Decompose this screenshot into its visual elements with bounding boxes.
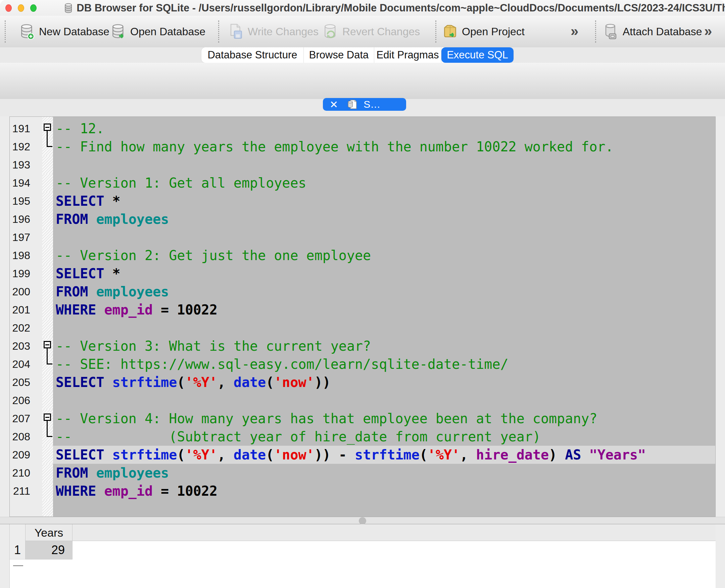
results-corner-cell[interactable]: [10, 524, 25, 541]
open-project-button[interactable]: Open Project: [442, 16, 525, 47]
code-text[interactable]: -- Version 1: Get all employees: [53, 174, 715, 192]
code-text[interactable]: SELECT *: [53, 192, 715, 210]
splitter-handle[interactable]: [359, 517, 366, 525]
code-text[interactable]: WHERE emp_id = 10022: [53, 482, 715, 500]
code-text[interactable]: FROM employees: [53, 464, 715, 482]
code-text[interactable]: -- Find how many years the employee with…: [53, 138, 715, 156]
fold-marker-icon[interactable]: [42, 337, 53, 355]
zoom-window-button[interactable]: [30, 4, 37, 12]
code-text[interactable]: FROM employees: [53, 210, 715, 228]
code-line[interactable]: 203-- Version 3: What is the current yea…: [10, 337, 715, 355]
attach-database-label: Attach Database: [623, 25, 702, 38]
minimize-window-button[interactable]: [18, 4, 24, 12]
attach-database-button[interactable]: Attach Database: [603, 16, 702, 47]
line-number: 206: [10, 391, 42, 410]
code-text[interactable]: -- 12.: [53, 120, 715, 138]
tab-browse-data[interactable]: Browse Data: [304, 47, 374, 63]
main-toolbar: New Database Open Database Write Changes: [0, 16, 725, 48]
code-line[interactable]: 197: [10, 228, 715, 246]
toolbar-overflow-chevron[interactable]: »: [704, 23, 712, 39]
code-text[interactable]: FROM employees: [53, 282, 715, 301]
code-text[interactable]: SELECT *: [53, 265, 715, 282]
editor-results-splitter[interactable]: [0, 517, 725, 524]
toolbar-separator: [595, 20, 596, 43]
code-line[interactable]: 200FROM employees: [10, 282, 715, 301]
sql-editor[interactable]: 191-- 12.192-- Find how many years the e…: [9, 117, 716, 517]
code-text[interactable]: -- Version 4: How many years has that em…: [53, 410, 715, 427]
toolbar-overflow-chevron[interactable]: »: [571, 23, 578, 39]
title-bar: DB Browser for SQLite - /Users/russellgo…: [0, 0, 725, 16]
fold-marker-icon[interactable]: [42, 410, 53, 427]
code-line[interactable]: 207-- Version 4: How many years has that…: [10, 410, 715, 427]
new-database-label: New Database: [39, 25, 109, 38]
revert-changes-button: Revert Changes: [323, 16, 420, 47]
fold-gutter: [42, 464, 53, 482]
row-number-cell[interactable]: 1: [10, 541, 25, 560]
new-database-button[interactable]: New Database: [19, 16, 109, 47]
fold-gutter: [42, 446, 53, 464]
code-text[interactable]: SELECT strftime('%Y', date('now')) - str…: [53, 446, 715, 464]
fold-gutter: [42, 192, 53, 210]
revert-changes-label: Revert Changes: [343, 25, 420, 38]
code-line[interactable]: 211WHERE emp_id = 10022: [10, 482, 715, 500]
open-database-button[interactable]: Open Database: [111, 16, 205, 47]
code-line[interactable]: 198-- Version 2: Get just the one employ…: [10, 246, 715, 265]
code-text[interactable]: -- Version 3: What is the current year?: [53, 337, 715, 355]
code-line[interactable]: 202: [10, 319, 715, 337]
fold-marker-icon[interactable]: [42, 120, 53, 138]
revert-changes-icon: [323, 23, 338, 40]
next-row-indicator: [13, 565, 23, 566]
line-number: 205: [10, 373, 42, 391]
code-line[interactable]: 209SELECT strftime('%Y', date('now')) - …: [10, 446, 715, 464]
fold-gutter: [42, 427, 53, 446]
results-column-header[interactable]: Years: [25, 524, 72, 541]
results-row: 129: [10, 541, 716, 560]
line-number: 210: [10, 464, 42, 482]
results-grid: Years 129: [9, 524, 716, 588]
code-text[interactable]: WHERE emp_id = 10022: [53, 301, 715, 319]
code-line[interactable]: 196FROM employees: [10, 210, 715, 228]
tab-execute-sql[interactable]: Execute SQL: [441, 47, 514, 63]
close-tab-icon[interactable]: ✕: [330, 99, 338, 110]
code-line[interactable]: 195SELECT *: [10, 192, 715, 210]
view-tabs: Database Structure Browse Data Edit Prag…: [201, 47, 514, 63]
open-project-label: Open Project: [462, 25, 525, 38]
line-number: 202: [10, 319, 42, 337]
code-text[interactable]: [53, 391, 715, 410]
code-line[interactable]: 192-- Find how many years the employee w…: [10, 138, 715, 156]
code-text[interactable]: [53, 319, 715, 337]
code-text[interactable]: -- (Subtract year of hire_date from curr…: [53, 427, 715, 446]
fold-gutter: [42, 319, 53, 337]
line-number: 198: [10, 246, 42, 265]
app-window: DB Browser for SQLite - /Users/russellgo…: [0, 0, 725, 588]
line-number: 211: [10, 482, 42, 500]
line-number: 201: [10, 301, 42, 319]
code-line[interactable]: 193: [10, 156, 715, 174]
code-line[interactable]: 191-- 12.: [10, 120, 715, 138]
code-text[interactable]: SELECT strftime('%Y', date('now')): [53, 373, 715, 391]
code-text[interactable]: -- Version 2: Get just the one employee: [53, 246, 715, 265]
result-cell[interactable]: 29: [25, 541, 72, 560]
code-text[interactable]: -- SEE: https://www.sql-easy.com/learn/s…: [53, 355, 715, 373]
code-text[interactable]: [53, 228, 715, 246]
code-line[interactable]: 204-- SEE: https://www.sql-easy.com/lear…: [10, 355, 715, 373]
dragged-sql-tab[interactable]: ✕ S…: [323, 98, 406, 111]
line-number: 192: [10, 138, 42, 156]
code-line[interactable]: 210FROM employees: [10, 464, 715, 482]
tab-edit-pragmas[interactable]: Edit Pragmas: [374, 47, 441, 63]
write-changes-label: Write Changes: [248, 25, 318, 38]
tab-database-structure[interactable]: Database Structure: [201, 47, 304, 63]
close-window-button[interactable]: [5, 4, 12, 12]
line-number: 199: [10, 265, 42, 282]
code-line[interactable]: 199SELECT *: [10, 265, 715, 282]
code-lines: 191-- 12.192-- Find how many years the e…: [10, 117, 715, 517]
code-line[interactable]: 208-- (Subtract year of hire_date from c…: [10, 427, 715, 446]
code-line[interactable]: 205SELECT strftime('%Y', date('now')): [10, 373, 715, 391]
line-number: 194: [10, 174, 42, 192]
code-line[interactable]: 201WHERE emp_id = 10022: [10, 301, 715, 319]
code-text[interactable]: [53, 156, 715, 174]
fold-gutter: [42, 210, 53, 228]
code-line[interactable]: 206: [10, 391, 715, 410]
view-tab-bar: Database Structure Browse Data Edit Prag…: [0, 47, 725, 63]
code-line[interactable]: 194-- Version 1: Get all employees: [10, 174, 715, 192]
